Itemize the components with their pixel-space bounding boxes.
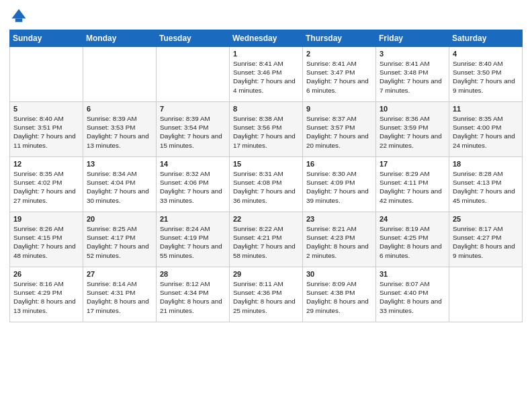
day-info: Sunrise: 8:14 AM Sunset: 4:31 PM Dayligh…: [87, 279, 152, 315]
day-info: Sunrise: 8:21 AM Sunset: 4:23 PM Dayligh…: [306, 224, 372, 260]
day-info: Sunrise: 8:40 AM Sunset: 3:50 PM Dayligh…: [453, 59, 519, 95]
day-number: 24: [380, 215, 445, 223]
day-number: 19: [13, 215, 79, 223]
day-number: 5: [13, 105, 79, 113]
page-container: SundayMondayTuesdayWednesdayThursdayFrid…: [0, 0, 532, 328]
day-number: 18: [453, 160, 519, 168]
day-info: Sunrise: 8:17 AM Sunset: 4:27 PM Dayligh…: [453, 224, 519, 260]
calendar-cell: 22Sunrise: 8:22 AM Sunset: 4:21 PM Dayli…: [230, 212, 303, 267]
day-info: Sunrise: 8:39 AM Sunset: 3:53 PM Dayligh…: [87, 114, 152, 150]
day-number: 17: [380, 160, 445, 168]
day-info: Sunrise: 8:39 AM Sunset: 3:54 PM Dayligh…: [160, 114, 226, 150]
calendar-cell: 6Sunrise: 8:39 AM Sunset: 3:53 PM Daylig…: [83, 102, 157, 157]
day-number: 9: [306, 105, 372, 113]
weekday-header-row: SundayMondayTuesdayWednesdayThursdayFrid…: [10, 30, 523, 47]
day-info: Sunrise: 8:31 AM Sunset: 4:08 PM Dayligh…: [233, 169, 299, 205]
day-number: 26: [13, 270, 79, 278]
svg-rect-1: [15, 19, 23, 22]
week-row-3: 12Sunrise: 8:35 AM Sunset: 4:02 PM Dayli…: [10, 157, 523, 212]
day-info: Sunrise: 8:35 AM Sunset: 4:02 PM Dayligh…: [13, 169, 79, 205]
weekday-header-thursday: Thursday: [303, 30, 376, 47]
day-number: 15: [233, 160, 299, 168]
day-number: 12: [13, 160, 79, 168]
calendar-cell: 31Sunrise: 8:07 AM Sunset: 4:40 PM Dayli…: [376, 267, 449, 322]
calendar-cell: 15Sunrise: 8:31 AM Sunset: 4:08 PM Dayli…: [230, 157, 303, 212]
day-number: 22: [233, 215, 299, 223]
day-info: Sunrise: 8:16 AM Sunset: 4:29 PM Dayligh…: [13, 279, 79, 315]
calendar-cell: 7Sunrise: 8:39 AM Sunset: 3:54 PM Daylig…: [157, 102, 230, 157]
calendar-cell: 3Sunrise: 8:41 AM Sunset: 3:48 PM Daylig…: [376, 47, 449, 102]
day-number: 29: [233, 270, 299, 278]
day-number: 7: [160, 105, 226, 113]
day-info: Sunrise: 8:09 AM Sunset: 4:38 PM Dayligh…: [306, 279, 372, 315]
weekday-header-saturday: Saturday: [449, 30, 523, 47]
calendar-cell: 4Sunrise: 8:40 AM Sunset: 3:50 PM Daylig…: [449, 47, 523, 102]
weekday-header-friday: Friday: [376, 30, 449, 47]
calendar-cell: 27Sunrise: 8:14 AM Sunset: 4:31 PM Dayli…: [83, 267, 157, 322]
calendar-table: SundayMondayTuesdayWednesdayThursdayFrid…: [9, 30, 523, 322]
weekday-header-sunday: Sunday: [10, 30, 83, 47]
calendar-cell: 2Sunrise: 8:41 AM Sunset: 3:47 PM Daylig…: [303, 47, 376, 102]
day-number: 1: [233, 50, 299, 58]
calendar-cell: [83, 47, 157, 102]
calendar-cell: [449, 267, 523, 322]
weekday-header-wednesday: Wednesday: [230, 30, 303, 47]
calendar-cell: 8Sunrise: 8:38 AM Sunset: 3:56 PM Daylig…: [230, 102, 303, 157]
day-info: Sunrise: 8:12 AM Sunset: 4:34 PM Dayligh…: [160, 279, 226, 315]
day-number: 27: [87, 270, 152, 278]
calendar-cell: 25Sunrise: 8:17 AM Sunset: 4:27 PM Dayli…: [449, 212, 523, 267]
calendar-cell: [157, 47, 230, 102]
calendar-cell: 19Sunrise: 8:26 AM Sunset: 4:15 PM Dayli…: [10, 212, 83, 267]
calendar-cell: 1Sunrise: 8:41 AM Sunset: 3:46 PM Daylig…: [230, 47, 303, 102]
day-info: Sunrise: 8:34 AM Sunset: 4:04 PM Dayligh…: [87, 169, 152, 205]
svg-marker-0: [12, 9, 26, 19]
day-info: Sunrise: 8:41 AM Sunset: 3:46 PM Dayligh…: [233, 59, 299, 95]
calendar-cell: 12Sunrise: 8:35 AM Sunset: 4:02 PM Dayli…: [10, 157, 83, 212]
calendar-cell: 5Sunrise: 8:40 AM Sunset: 3:51 PM Daylig…: [10, 102, 83, 157]
calendar-cell: 29Sunrise: 8:11 AM Sunset: 4:36 PM Dayli…: [230, 267, 303, 322]
calendar-cell: 14Sunrise: 8:32 AM Sunset: 4:06 PM Dayli…: [157, 157, 230, 212]
day-info: Sunrise: 8:36 AM Sunset: 3:59 PM Dayligh…: [380, 114, 445, 150]
day-number: 20: [87, 215, 152, 223]
week-row-4: 19Sunrise: 8:26 AM Sunset: 4:15 PM Dayli…: [10, 212, 523, 267]
weekday-header-tuesday: Tuesday: [157, 30, 230, 47]
day-number: 23: [306, 215, 372, 223]
day-info: Sunrise: 8:41 AM Sunset: 3:47 PM Dayligh…: [306, 59, 372, 95]
calendar-cell: 9Sunrise: 8:37 AM Sunset: 3:57 PM Daylig…: [303, 102, 376, 157]
calendar-cell: 30Sunrise: 8:09 AM Sunset: 4:38 PM Dayli…: [303, 267, 376, 322]
day-number: 2: [306, 50, 372, 58]
weekday-header-monday: Monday: [83, 30, 157, 47]
day-number: 3: [380, 50, 445, 58]
calendar-cell: 28Sunrise: 8:12 AM Sunset: 4:34 PM Dayli…: [157, 267, 230, 322]
day-info: Sunrise: 8:41 AM Sunset: 3:48 PM Dayligh…: [380, 59, 445, 95]
day-number: 28: [160, 270, 226, 278]
calendar-cell: 23Sunrise: 8:21 AM Sunset: 4:23 PM Dayli…: [303, 212, 376, 267]
day-info: Sunrise: 8:25 AM Sunset: 4:17 PM Dayligh…: [87, 224, 152, 260]
day-info: Sunrise: 8:32 AM Sunset: 4:06 PM Dayligh…: [160, 169, 226, 205]
day-info: Sunrise: 8:07 AM Sunset: 4:40 PM Dayligh…: [380, 279, 445, 315]
week-row-1: 1Sunrise: 8:41 AM Sunset: 3:46 PM Daylig…: [10, 47, 523, 102]
day-number: 13: [87, 160, 152, 168]
day-info: Sunrise: 8:35 AM Sunset: 4:00 PM Dayligh…: [453, 114, 519, 150]
day-info: Sunrise: 8:30 AM Sunset: 4:09 PM Dayligh…: [306, 169, 372, 205]
day-number: 30: [306, 270, 372, 278]
logo: [9, 7, 31, 26]
day-number: 10: [380, 105, 445, 113]
logo-icon: [9, 7, 28, 26]
day-number: 11: [453, 105, 519, 113]
calendar-cell: 11Sunrise: 8:35 AM Sunset: 4:00 PM Dayli…: [449, 102, 523, 157]
week-row-2: 5Sunrise: 8:40 AM Sunset: 3:51 PM Daylig…: [10, 102, 523, 157]
day-info: Sunrise: 8:26 AM Sunset: 4:15 PM Dayligh…: [13, 224, 79, 260]
day-info: Sunrise: 8:28 AM Sunset: 4:13 PM Dayligh…: [453, 169, 519, 205]
calendar-cell: 26Sunrise: 8:16 AM Sunset: 4:29 PM Dayli…: [10, 267, 83, 322]
calendar-cell: 10Sunrise: 8:36 AM Sunset: 3:59 PM Dayli…: [376, 102, 449, 157]
calendar-cell: [10, 47, 83, 102]
day-info: Sunrise: 8:40 AM Sunset: 3:51 PM Dayligh…: [13, 114, 79, 150]
day-number: 8: [233, 105, 299, 113]
day-info: Sunrise: 8:22 AM Sunset: 4:21 PM Dayligh…: [233, 224, 299, 260]
day-info: Sunrise: 8:38 AM Sunset: 3:56 PM Dayligh…: [233, 114, 299, 150]
calendar-cell: 20Sunrise: 8:25 AM Sunset: 4:17 PM Dayli…: [83, 212, 157, 267]
calendar-cell: 16Sunrise: 8:30 AM Sunset: 4:09 PM Dayli…: [303, 157, 376, 212]
calendar-cell: 13Sunrise: 8:34 AM Sunset: 4:04 PM Dayli…: [83, 157, 157, 212]
day-info: Sunrise: 8:24 AM Sunset: 4:19 PM Dayligh…: [160, 224, 226, 260]
